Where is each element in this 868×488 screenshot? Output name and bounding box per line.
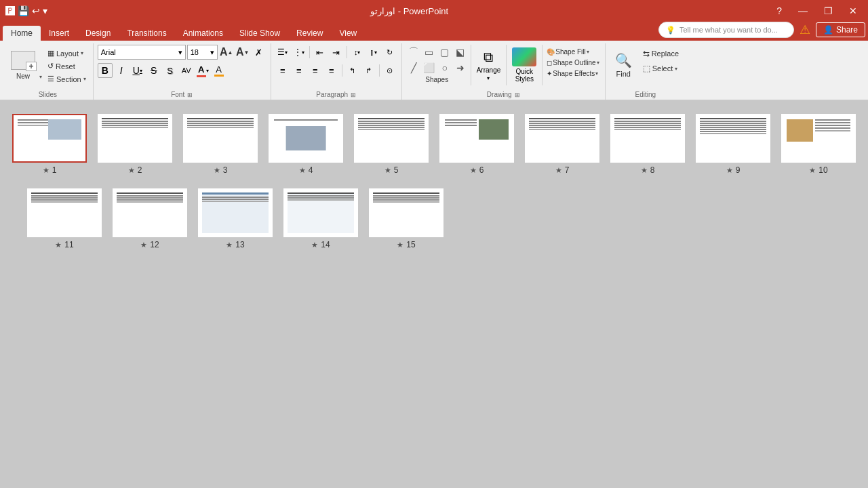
paragraph-expand-button[interactable]: ⊞	[351, 92, 356, 98]
slide-item-6[interactable]: ★ 6	[439, 114, 514, 175]
align-left-button[interactable]: ≡	[275, 63, 290, 78]
slide-item-13[interactable]: ★ 13	[198, 188, 273, 249]
slide-thumb-9[interactable]	[696, 114, 770, 163]
shape-more[interactable]: ⬕	[453, 45, 468, 60]
bullets-button[interactable]: ☰▾	[275, 45, 290, 60]
rtl-button[interactable]: ↰	[345, 63, 360, 78]
shape-textbox[interactable]: ⬜	[422, 60, 437, 75]
quick-styles-button[interactable]: Quick Styles	[509, 45, 539, 85]
shape-rounded-rect[interactable]: ▢	[437, 45, 452, 60]
select-button[interactable]: ⬚ Select ▾	[640, 62, 682, 75]
font-family-selector[interactable]: Arial ▾	[98, 45, 186, 60]
shape-arrow[interactable]: ➜	[453, 60, 468, 75]
slide-item-1[interactable]: ★ 1	[12, 114, 87, 175]
help-button[interactable]: ?	[771, 4, 787, 18]
font-color-button[interactable]: A ▾	[195, 63, 210, 78]
tab-home[interactable]: Home	[3, 26, 41, 41]
slide-thumb-3[interactable]	[183, 114, 258, 163]
slide-thumb-2[interactable]	[98, 114, 172, 163]
strikethrough-button[interactable]: S	[146, 63, 161, 78]
slide-item-7[interactable]: ★ 7	[525, 114, 599, 175]
slide-thumb-15[interactable]	[369, 188, 443, 237]
slide-thumb-5[interactable]	[354, 114, 429, 163]
slide-thumb-4[interactable]	[269, 114, 343, 163]
shapes-more-button[interactable]: Shapes	[422, 75, 451, 84]
drawing-expand-button[interactable]: ⊞	[515, 92, 520, 98]
text-direction-button[interactable]: ↻	[382, 45, 397, 60]
share-button[interactable]: 👤 Share	[816, 22, 865, 37]
column-button[interactable]: ⫿▾	[366, 45, 381, 60]
slide-item-12[interactable]: ★ 12	[113, 188, 187, 249]
slide-thumb-8[interactable]	[610, 114, 685, 163]
decrease-font-button[interactable]: A▼	[235, 45, 250, 60]
qa-save-icon[interactable]: 💾	[18, 5, 29, 16]
shape-fill-button[interactable]: 🎨 Shape Fill ▾	[545, 47, 600, 56]
reset-button[interactable]: ↺ Reset	[45, 60, 89, 72]
new-slide-dropdown[interactable]: ▾	[39, 45, 43, 85]
slide-thumb-11[interactable]	[27, 188, 102, 237]
layout-button[interactable]: ▦ Layout ▾	[45, 47, 89, 59]
section-button[interactable]: ☰ Section ▾	[45, 73, 89, 85]
slide-thumb-12[interactable]	[113, 188, 187, 237]
numbering-button[interactable]: ⋮▾	[292, 45, 307, 60]
tab-animations[interactable]: Animations	[175, 26, 231, 41]
tab-transitions[interactable]: Transitions	[119, 26, 174, 41]
qa-dropdown-icon[interactable]: ▾	[43, 5, 47, 16]
tab-view[interactable]: View	[331, 26, 365, 41]
shape-rect[interactable]: ▭	[422, 45, 437, 60]
arrange-dropdown[interactable]: ▾	[487, 75, 490, 81]
tab-review[interactable]: Review	[288, 26, 331, 41]
increase-font-button[interactable]: A▲	[219, 45, 234, 60]
arrange-button[interactable]: ⧉ Arrange ▾	[474, 45, 504, 85]
increase-indent-button[interactable]: ⇥	[329, 45, 344, 60]
decrease-indent-button[interactable]: ⇤	[313, 45, 328, 60]
clear-formatting-button[interactable]: ✗	[252, 45, 267, 60]
line-spacing-button[interactable]: ↕▾	[350, 45, 365, 60]
slide-thumb-7[interactable]	[525, 114, 599, 163]
underline-button[interactable]: U ▾	[130, 63, 145, 78]
replace-button[interactable]: ⇆ Replace	[640, 47, 682, 60]
align-right-button[interactable]: ≡	[308, 63, 323, 78]
tell-me-input[interactable]: 💡 Tell me what you want to do...	[658, 22, 794, 38]
slide-item-10[interactable]: ★ 10	[781, 114, 856, 175]
font-family-dropdown[interactable]: ▾	[178, 48, 182, 57]
slide-item-9[interactable]: ★ 9	[696, 114, 770, 175]
shape-effects-button[interactable]: ✦ Shape Effects ▾	[545, 69, 600, 78]
shape-line[interactable]: ╱	[406, 60, 421, 75]
tab-slideshow[interactable]: Slide Show	[231, 26, 288, 41]
new-slide-main[interactable]: + New	[7, 45, 39, 85]
slide-item-5[interactable]: ★ 5	[354, 114, 429, 175]
justify-button[interactable]: ≡	[324, 63, 339, 78]
slide-item-15[interactable]: ★ 15	[369, 188, 443, 249]
font-size-selector[interactable]: 18 ▾	[187, 45, 218, 60]
slide-item-2[interactable]: ★ 2	[98, 114, 172, 175]
tab-design[interactable]: Design	[77, 26, 119, 41]
shape-outline-button[interactable]: ◻ Shape Outline ▾	[545, 58, 600, 67]
slide-item-14[interactable]: ★ 14	[283, 188, 358, 249]
slide-thumb-1[interactable]	[12, 114, 87, 163]
shadow-button[interactable]: S	[163, 63, 178, 78]
slide-thumb-13[interactable]	[198, 188, 273, 237]
text-color-button[interactable]: A	[212, 63, 226, 78]
slide-thumb-10[interactable]	[781, 114, 856, 163]
find-button[interactable]: 🔍 Find	[610, 45, 637, 85]
qa-undo-icon[interactable]: ↩	[32, 5, 40, 16]
slide-thumb-6[interactable]	[439, 114, 514, 163]
bold-button[interactable]: B	[98, 63, 113, 78]
slide-thumb-14[interactable]	[283, 188, 358, 237]
font-size-dropdown[interactable]: ▾	[210, 48, 214, 57]
restore-button[interactable]: ❐	[818, 4, 838, 18]
slide-item-11[interactable]: ★ 11	[27, 188, 102, 249]
tab-insert[interactable]: Insert	[41, 26, 77, 41]
minimize-button[interactable]: —	[793, 4, 813, 18]
shape-oval[interactable]: ○	[437, 60, 452, 75]
shape-freeform[interactable]: ⌒	[406, 45, 421, 60]
smart-art-button[interactable]: ⊙	[382, 63, 397, 78]
slide-item-3[interactable]: ★ 3	[183, 114, 258, 175]
ltr-button[interactable]: ↱	[361, 63, 376, 78]
char-spacing-button[interactable]: AV	[179, 63, 194, 78]
new-slide-button[interactable]: + New ▾	[7, 45, 43, 85]
align-center-button[interactable]: ≡	[292, 63, 307, 78]
font-expand-button[interactable]: ⊞	[187, 92, 193, 98]
slide-item-8[interactable]: ★ 8	[610, 114, 685, 175]
